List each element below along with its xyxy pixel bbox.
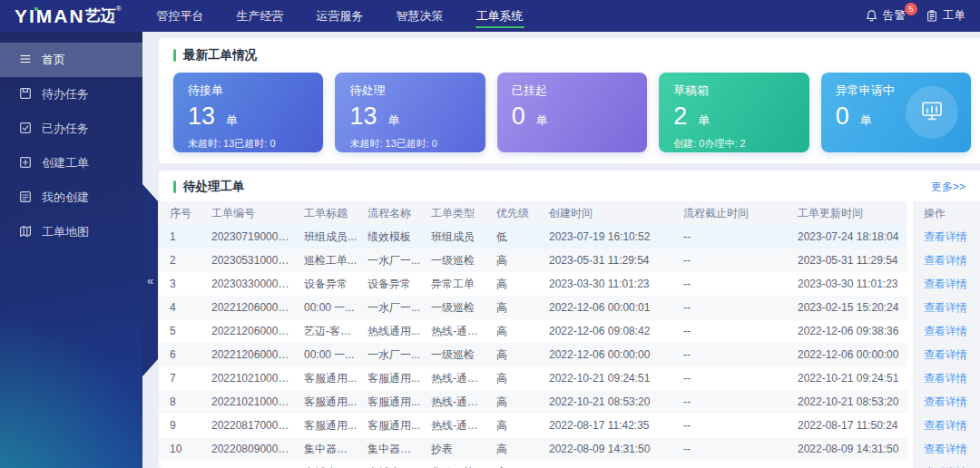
table-cell: --: [672, 461, 787, 468]
table-cell: 化验日检: [420, 461, 485, 468]
left-sidebar: 首页待办任务已办任务创建工单我的创建工单地图 «: [0, 32, 142, 468]
table-cell: 客服通用...: [293, 390, 357, 414]
table-cell: 20230531000001: [201, 249, 293, 272]
workorder-label: 工单: [943, 8, 965, 24]
nav-menu: 管控平台生产经营运营服务智慧决策工单系统: [147, 0, 546, 32]
table-cell: 20220809000002: [201, 437, 293, 461]
sidebar-item-我的创建[interactable]: 我的创建: [0, 180, 142, 215]
stat-card-unit: 单: [860, 112, 872, 129]
more-link[interactable]: 更多>>: [931, 180, 965, 195]
table-cell-action: 查看详情: [910, 390, 980, 414]
table-cell: --: [672, 390, 787, 414]
table-cell: 2022-08-09 14:31:50: [538, 437, 672, 461]
stat-card-title: 已挂起: [512, 83, 632, 99]
stat-card-待处理[interactable]: 待处理13单未超时: 13已超时: 0: [335, 73, 485, 152]
nav-menu-item[interactable]: 运营服务: [307, 0, 374, 32]
stat-card-异常申请中[interactable]: 异常申请中0单: [821, 73, 971, 152]
view-detail-link[interactable]: 查看详情: [924, 395, 967, 408]
table-cell: 4: [159, 296, 201, 319]
stat-card-count: 13: [349, 103, 377, 131]
table-row: 720221021000008客服通用...客服通用...热线-通用...高20…: [159, 366, 980, 390]
table-row: 62022120600000100:00 一...一水厂一...一级巡检高202…: [159, 343, 980, 366]
stat-card-已挂起[interactable]: 已挂起0单: [497, 73, 647, 152]
home-menu-icon: [18, 52, 33, 69]
table-cell: 2022-08-09 14:31:50: [787, 437, 910, 461]
table-cell: 2022-12-06 00:00:00: [538, 343, 672, 366]
column-header-序号: 序号: [159, 201, 201, 225]
table-cell: 5: [159, 319, 201, 343]
table-cell: 一级巡检: [420, 296, 485, 319]
view-detail-link[interactable]: 查看详情: [924, 348, 967, 361]
view-detail-link[interactable]: 查看详情: [924, 419, 967, 432]
table-cell: 高: [485, 414, 538, 437]
table-cell: 3: [159, 272, 201, 296]
view-detail-link[interactable]: 查看详情: [924, 278, 967, 290]
table-cell: 热线-通用...: [420, 414, 485, 437]
stat-card-subtext: 未超时: 13已超时: 0: [188, 137, 309, 151]
table-row: 42022120600000400:00 一...一水厂一...一级巡检高202…: [159, 296, 980, 319]
table-cell: 高: [485, 319, 538, 343]
sidebar-item-工单地图[interactable]: 工单地图: [0, 215, 142, 249]
view-detail-link[interactable]: 查看详情: [924, 372, 967, 385]
stat-card-subtext: 未超时: 13已超时: 0: [349, 137, 470, 151]
table-cell: 2022-12-06 09:38:36: [787, 319, 910, 343]
view-detail-link[interactable]: 查看详情: [924, 230, 967, 243]
stat-card-count: 0: [836, 103, 849, 131]
sidebar-menu: 首页待办任务已办任务创建工单我的创建工单地图: [0, 32, 142, 249]
stat-card-unit: 单: [698, 112, 710, 129]
table-header-row: 序号工单编号工单标题流程名称工单类型优先级创建时间流程截止时间工单更新时间操作: [159, 201, 980, 225]
table-cell: 高: [485, 249, 538, 272]
table-cell: 2022-09-14 19:14:43: [787, 461, 910, 468]
table-cell-action: 查看详情: [910, 296, 980, 319]
alarm-button[interactable]: 告警 5: [865, 8, 906, 24]
sidebar-collapse-handle[interactable]: «: [142, 184, 158, 376]
table-cell: 20220817000005: [201, 414, 293, 437]
table-cell-action: 查看详情: [910, 343, 980, 366]
pending-orders-table: 序号工单编号工单标题流程名称工单类型优先级创建时间流程截止时间工单更新时间操作 …: [159, 201, 980, 468]
view-detail-link[interactable]: 查看详情: [924, 301, 967, 314]
view-detail-link[interactable]: 查看详情: [924, 325, 967, 337]
table-cell: 高: [485, 437, 538, 461]
view-detail-link[interactable]: 查看详情: [924, 254, 967, 267]
nav-menu-item[interactable]: 工单系统: [466, 0, 534, 32]
bell-icon: [865, 9, 878, 23]
stat-card-unit: 单: [226, 112, 238, 129]
column-header-工单类型: 工单类型: [420, 201, 485, 225]
my-created-icon: [18, 190, 33, 207]
table-cell: 集中器巡检: [357, 437, 420, 461]
table-cell: 20221206000004: [201, 296, 293, 319]
order-map-icon: [18, 224, 33, 241]
table-row: 220230531000001巡检工单...一水厂一...一级巡检高2023-0…: [159, 249, 980, 272]
workorder-button[interactable]: 工单: [926, 8, 965, 24]
table-cell: 设备异常: [357, 272, 420, 296]
table-row: 1120220713000015东城水厂...东城水厂...化验日检高2022-…: [159, 461, 980, 468]
overview-section-header: 最新工单情况: [173, 47, 971, 63]
table-row: 320230330000003设备异常设备异常异常工单高2023-03-30 1…: [159, 272, 980, 296]
stat-card-待接单[interactable]: 待接单13单未超时: 13已超时: 0: [173, 73, 323, 152]
table-cell: --: [672, 366, 787, 390]
table-cell: 热线-通用...: [420, 319, 485, 343]
column-header-优先级: 优先级: [485, 201, 538, 225]
table-cell: 2023-03-30 11:01:23: [538, 272, 672, 296]
sidebar-item-待办任务[interactable]: 待办任务: [0, 77, 142, 112]
table-cell: 客服通用...: [293, 366, 357, 390]
pending-orders-panel: 待处理工单 更多>> 序号工单编号工单标题流程名称工单类型优先级创建时间流程截止…: [159, 171, 980, 468]
table-cell: 高: [485, 296, 538, 319]
table-cell: --: [672, 414, 787, 437]
table-cell: 高: [485, 390, 538, 414]
sidebar-item-首页[interactable]: 首页: [0, 43, 142, 77]
alarm-badge: 5: [905, 3, 917, 15]
sidebar-item-已办任务[interactable]: 已办任务: [0, 112, 142, 146]
table-cell: 8: [159, 390, 201, 414]
table-cell-action: 查看详情: [910, 414, 980, 437]
nav-menu-item[interactable]: 管控平台: [147, 0, 214, 32]
stat-card-草稿箱[interactable]: 草稿箱2单创建: 0办理中: 2: [659, 73, 808, 152]
collapse-chevrons-icon: «: [147, 274, 153, 288]
stat-card-count: 13: [188, 103, 215, 131]
nav-menu-item[interactable]: 智慧决策: [387, 0, 454, 32]
sidebar-item-创建工单[interactable]: 创建工单: [0, 146, 142, 180]
nav-menu-item[interactable]: 生产经营: [227, 0, 294, 32]
table-cell: 一水厂一...: [357, 343, 420, 366]
view-detail-link[interactable]: 查看详情: [924, 443, 967, 455]
stat-card-icon-circle: [906, 86, 958, 139]
